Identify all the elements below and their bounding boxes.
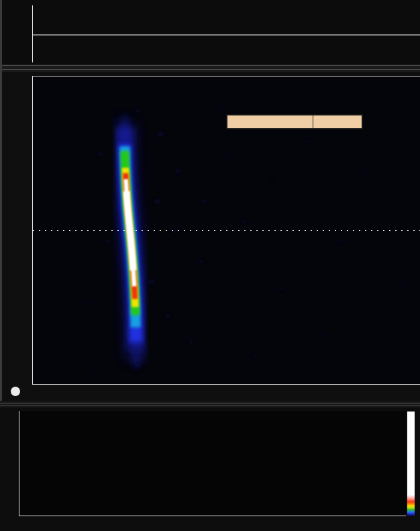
bat-call-analyzer-window: [0, 0, 420, 531]
frequency-cursor-dotted-line[interactable]: [33, 230, 420, 231]
panel-backgrounds: [0, 0, 420, 531]
analysis-graphics: [0, 0, 420, 531]
call-parameter-table: [226, 114, 363, 130]
amplitude-colorbar: [407, 412, 415, 516]
info-icon[interactable]: [11, 387, 20, 396]
table-header-wert: [313, 115, 363, 129]
table-header-parameter: [227, 115, 313, 129]
